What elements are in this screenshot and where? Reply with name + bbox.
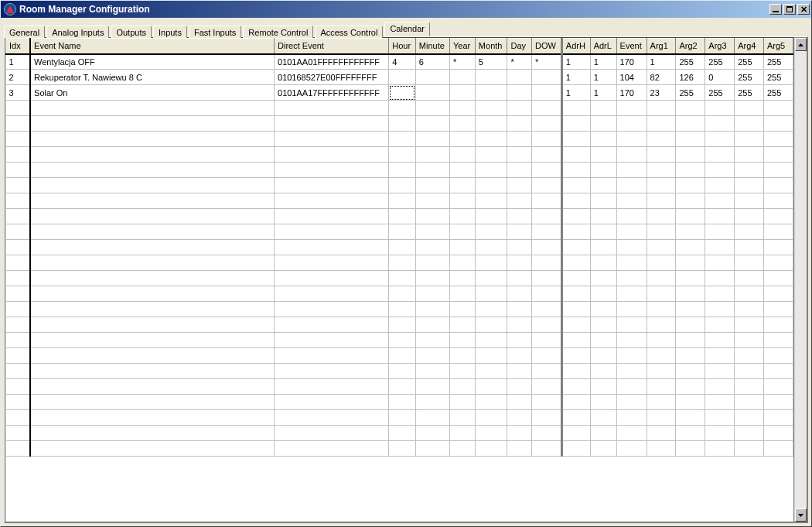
cell-hour[interactable] (389, 101, 416, 116)
cell-min[interactable] (415, 271, 449, 286)
table-row[interactable] (6, 395, 793, 410)
cell-arg3[interactable] (705, 224, 735, 240)
cell-de[interactable] (275, 163, 389, 178)
cell-idx[interactable] (6, 379, 31, 395)
scroll-down-button[interactable] (795, 508, 807, 522)
cell-arg3[interactable] (705, 271, 735, 286)
cell-de[interactable] (275, 410, 389, 426)
cell-arg5[interactable] (763, 193, 793, 209)
table-row[interactable] (6, 286, 793, 302)
col-header-de[interactable]: Direct Event (275, 39, 389, 54)
tab-remote-control[interactable]: Remote Control (243, 26, 313, 38)
cell-arg3[interactable] (705, 333, 735, 348)
cell-name[interactable] (30, 441, 274, 457)
cell-event[interactable] (616, 379, 647, 395)
cell-day[interactable] (507, 348, 532, 364)
cell-name[interactable] (30, 410, 274, 426)
cell-arg2[interactable] (676, 286, 705, 302)
cell-name[interactable]: Rekuperator T. Nawiewu 8 C (30, 70, 274, 85)
cell-day[interactable] (507, 317, 532, 333)
cell-hour[interactable] (389, 147, 416, 163)
cell-adrl[interactable] (590, 441, 616, 457)
cell-adrl[interactable] (590, 240, 616, 255)
cell-min[interactable] (415, 101, 449, 116)
cell-day[interactable] (507, 163, 532, 178)
cell-arg5[interactable] (763, 348, 793, 364)
cell-month[interactable] (475, 85, 507, 101)
cell-min[interactable] (415, 348, 449, 364)
cell-adrh[interactable] (561, 364, 590, 379)
cell-dow[interactable] (532, 379, 562, 395)
cell-name[interactable] (30, 348, 274, 364)
cell-arg1[interactable] (647, 348, 676, 364)
cell-month[interactable] (475, 317, 507, 333)
cell-arg4[interactable] (735, 441, 764, 457)
cell-de[interactable] (275, 348, 389, 364)
cell-arg1[interactable] (647, 116, 676, 132)
col-header-arg2[interactable]: Arg2 (676, 39, 705, 54)
cell-idx[interactable] (6, 132, 31, 147)
cell-min[interactable] (415, 147, 449, 163)
col-header-arg1[interactable]: Arg1 (647, 39, 676, 54)
cell-hour[interactable] (389, 224, 416, 240)
cell-day[interactable] (507, 379, 532, 395)
cell-idx[interactable] (6, 209, 31, 224)
cell-month[interactable] (475, 101, 507, 116)
table-row[interactable] (6, 116, 793, 132)
table-row[interactable] (6, 441, 793, 457)
cell-arg3[interactable] (705, 147, 735, 163)
cell-de[interactable] (275, 224, 389, 240)
cell-adrh[interactable] (561, 163, 590, 178)
cell-hour[interactable] (389, 364, 416, 379)
cell-arg2[interactable] (676, 410, 705, 426)
cell-idx[interactable] (6, 163, 31, 178)
cell-dow[interactable] (532, 209, 562, 224)
cell-min[interactable] (415, 85, 449, 101)
table-row[interactable] (6, 163, 793, 178)
cell-year[interactable] (450, 209, 476, 224)
cell-hour[interactable] (389, 426, 416, 441)
cell-arg1[interactable] (647, 395, 676, 410)
cell-arg2[interactable] (676, 132, 705, 147)
cell-arg5[interactable] (763, 255, 793, 271)
cell-arg5[interactable]: 255 (763, 54, 793, 70)
cell-event[interactable] (616, 302, 647, 317)
cell-dow[interactable] (532, 147, 562, 163)
cell-name[interactable] (30, 240, 274, 255)
cell-arg5[interactable] (763, 410, 793, 426)
cell-year[interactable] (450, 364, 476, 379)
cell-de[interactable] (275, 255, 389, 271)
cell-dow[interactable] (532, 410, 562, 426)
cell-name[interactable] (30, 224, 274, 240)
cell-name[interactable] (30, 395, 274, 410)
cell-name[interactable] (30, 302, 274, 317)
cell-name[interactable] (30, 163, 274, 178)
cell-de[interactable]: 0101AA01FFFFFFFFFFFF (275, 54, 389, 70)
cell-year[interactable] (450, 271, 476, 286)
cell-idx[interactable] (6, 224, 31, 240)
scroll-up-button[interactable] (795, 38, 807, 51)
cell-month[interactable] (475, 364, 507, 379)
cell-idx[interactable] (6, 101, 31, 116)
calendar-grid[interactable]: IdxEvent NameDirect EventHourMinuteYearM… (5, 37, 794, 522)
cell-min[interactable] (415, 132, 449, 147)
cell-adrl[interactable] (590, 364, 616, 379)
table-row[interactable] (6, 224, 793, 240)
cell-year[interactable] (450, 333, 476, 348)
cell-min[interactable] (415, 410, 449, 426)
cell-arg3[interactable] (705, 240, 735, 255)
cell-name[interactable] (30, 364, 274, 379)
cell-name[interactable] (30, 193, 274, 209)
cell-min[interactable] (415, 333, 449, 348)
cell-de[interactable]: 010168527E00FFFFFFFF (275, 70, 389, 85)
cell-event[interactable]: 170 (616, 54, 647, 70)
cell-arg1[interactable] (647, 271, 676, 286)
cell-arg1[interactable] (647, 379, 676, 395)
cell-arg1[interactable] (647, 302, 676, 317)
cell-min[interactable] (415, 240, 449, 255)
cell-min[interactable] (415, 193, 449, 209)
cell-arg3[interactable] (705, 426, 735, 441)
cell-arg1[interactable] (647, 410, 676, 426)
cell-event[interactable] (616, 163, 647, 178)
cell-adrh[interactable] (561, 271, 590, 286)
